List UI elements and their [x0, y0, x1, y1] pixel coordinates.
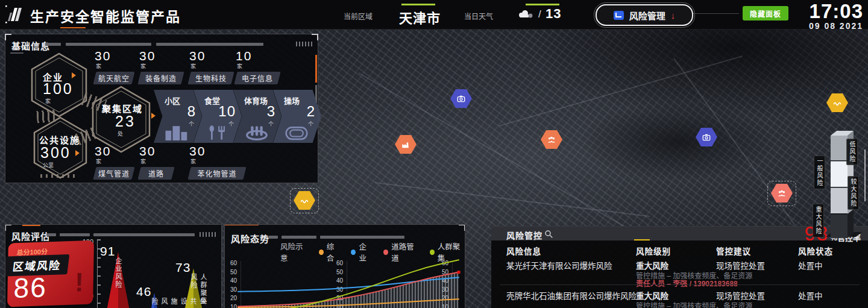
region-accent: [401, 4, 435, 5]
stat-label: 煤气管道: [95, 168, 133, 178]
triangle-icon: [72, 72, 76, 78]
scroll-indicator[interactable]: [634, 239, 650, 240]
tower-label-larger: 较大风险: [848, 176, 859, 210]
stat-unit: 家: [190, 62, 233, 70]
search-icon[interactable]: [544, 230, 553, 239]
clock-time: 17:03: [810, 0, 863, 23]
weather-temp: 13: [546, 6, 561, 22]
risk-info: 某光纤天津有限公司爆炸风险: [506, 259, 612, 271]
y-tick: 50: [336, 269, 344, 275]
header-divider: [693, 13, 739, 14]
dashboard-root: 生产安全智能监管产品 当前区域 天津市 当日天气 / 13 风险管理 ↓ 隐藏面…: [0, 0, 868, 308]
y-tick: 30: [230, 286, 237, 293]
triangle-icon: [151, 113, 156, 119]
map-marker-pipeline-wave[interactable]: [294, 191, 315, 210]
pipeline-stat: 30 家 苯化物管道: [189, 145, 245, 180]
app-title: 生产安全智能监管产品: [30, 5, 181, 26]
hexagon-unit: 公里: [43, 161, 54, 169]
risk-trend-panel: 风险态势 风险示意 综合 企业 道路管道 人群聚集: [224, 224, 465, 308]
score-value: 86: [13, 271, 47, 304]
map-marker-crowd[interactable]: [541, 130, 562, 149]
camera-icon: [696, 128, 717, 146]
column-header: 风险信息: [506, 245, 541, 257]
hexagon-unit: 家: [45, 97, 51, 105]
stat-unit: 家: [96, 62, 133, 70]
row-divider: [500, 284, 860, 285]
risk-suggestion: 现场管控处置: [716, 289, 765, 301]
triangle-icon: [75, 150, 80, 156]
stat-value: 30: [139, 145, 173, 157]
cone-category: 企业风险: [113, 257, 123, 289]
stat-unit: 家: [190, 157, 245, 165]
industry-stat: 10 家 电子信息: [236, 50, 279, 84]
app-logo-icon: [5, 4, 27, 25]
risk-info: 壳牌华北石油集团有限公司爆炸风险: [506, 289, 637, 301]
weather-accent: [526, 4, 559, 5]
map-marker-pipeline-wave[interactable]: [826, 93, 848, 112]
map-marker-factory[interactable]: [395, 135, 417, 154]
mode-select-icon: [614, 11, 624, 20]
factory-icon: [395, 135, 417, 154]
column-header: 管控建议: [716, 245, 751, 257]
hatch-area: [238, 272, 459, 308]
chevron-down-icon: ↓: [671, 10, 676, 20]
cone-value: 73: [175, 260, 190, 275]
map-water-area: [579, 102, 778, 181]
stat-label: 装备制造: [139, 73, 183, 83]
stat-value: 10: [236, 50, 279, 62]
map-marker-camera[interactable]: [696, 128, 717, 146]
industry-stat: 30 家 生物科技: [189, 50, 233, 84]
region-risk-score-card: 总分100分 区域风险 86 !: [7, 240, 94, 307]
risk-assessment-panel: 风险评估 100 80 60 40 总分100分 区域风险 86 ! 91企业风…: [5, 224, 222, 308]
trend-line-chart: 605040302010605040302010605040302010: [225, 225, 465, 308]
pipeline-stat: 30 家 道路: [139, 145, 173, 180]
stat-label: 生物科技: [189, 73, 233, 83]
stat-label: 道路: [139, 168, 173, 178]
y-tick: 60: [336, 260, 344, 266]
exclamation-icon: !: [75, 267, 84, 297]
stat-value: 30: [189, 145, 245, 157]
risk-level: 重大风险: [636, 259, 668, 271]
stat-unit: 家: [140, 157, 173, 165]
end-dot: [458, 271, 461, 274]
basic-info-panel: 基础信息 小区 8 个 食堂 10 个: [5, 34, 318, 183]
industry-stat: 30 家 航天航空: [95, 50, 133, 84]
edge-scrollbar[interactable]: [864, 149, 866, 201]
crowd-icon: [541, 130, 562, 149]
risk-level: 重大风险: [636, 289, 668, 301]
risk-tower: [819, 130, 867, 244]
camera-icon: [450, 89, 472, 108]
hide-panel-button[interactable]: 隐藏面板: [743, 6, 788, 20]
clock-date: 09 08 2021: [809, 21, 863, 31]
hex-ruler: [40, 174, 75, 178]
map-marker-crowd[interactable]: [771, 184, 793, 203]
region-label: 当前区域: [344, 11, 373, 21]
title-accent: [60, 27, 86, 28]
hexagon-value: 300: [40, 144, 71, 162]
y-tick: 50: [230, 269, 237, 275]
mode-select[interactable]: 风险管理 ↓: [596, 4, 693, 26]
mode-select-label: 风险管理: [629, 9, 665, 22]
tower-label-major: 重大风险: [813, 204, 824, 237]
hex-connector: [36, 110, 57, 123]
stat-value: 30: [139, 50, 183, 62]
top-header: 生产安全智能监管产品 当前区域 天津市 当日天气 / 13 风险管理 ↓ 隐藏面…: [0, 0, 868, 30]
hexagon-value: 23: [115, 113, 136, 130]
column-header: 风险级别: [636, 245, 671, 257]
region-selector[interactable]: 天津市: [399, 7, 441, 27]
tower-label-low: 低风险: [846, 139, 858, 165]
risk-row[interactable]: 某光纤天津有限公司爆炸风险 重大风险 管控措施 – 加强核查频度、备足资源 责任…: [491, 257, 868, 287]
pipeline-stat: 30 家 煤气管道: [95, 145, 133, 180]
map-marker-camera[interactable]: [450, 89, 472, 108]
y-tick: 60: [230, 260, 237, 266]
risk-status: 处置中: [798, 259, 823, 271]
cone-value: 46: [136, 284, 151, 299]
stat-unit: 家: [96, 157, 133, 165]
cone-category: 人群聚集风险: [189, 274, 208, 308]
stat-label: 电子信息: [236, 73, 279, 83]
risk-suggestion: 现场管控处置: [716, 259, 765, 271]
risk-row[interactable]: 壳牌华北石油集团有限公司爆炸风险 重大风险 管控措施 – 加强核查频度、备足资源…: [491, 287, 868, 308]
stat-value: 30: [189, 50, 233, 62]
tower-label-general: 一般风险: [814, 156, 825, 189]
risk-status: 处置中: [798, 289, 823, 301]
